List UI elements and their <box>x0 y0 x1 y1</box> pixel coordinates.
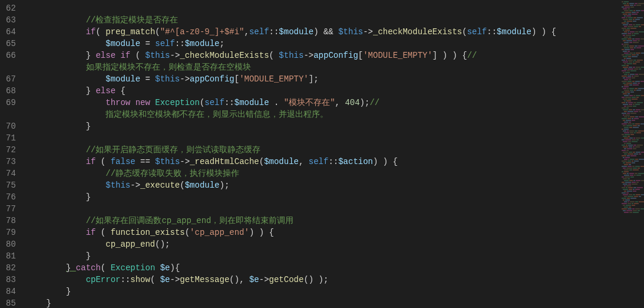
token-punct: } <box>27 251 91 261</box>
token-const: self <box>249 27 269 37</box>
token-op: :: <box>120 275 130 284</box>
line-number: 64 <box>6 26 16 38</box>
token-op <box>27 157 86 166</box>
token-op <box>27 228 86 237</box>
token-const: $this <box>145 51 170 60</box>
token-var: $module <box>105 74 140 84</box>
token-op: -> <box>303 51 313 60</box>
token-comment: //静态缓存读取失败，执行模块操作 <box>105 169 239 178</box>
token-punct: ( <box>269 51 279 60</box>
token-punct: , <box>335 98 345 107</box>
token-punct: } <box>27 122 91 131</box>
token-var: $e <box>249 275 259 284</box>
token-punct: ( <box>155 27 160 37</box>
code-line[interactable]: //静态缓存读取失败，执行模块操作 <box>27 168 644 179</box>
token-var: $module <box>279 27 313 37</box>
code-line[interactable]: } <box>27 120 644 132</box>
token-op: :: <box>328 157 338 166</box>
code-line[interactable]: $this->_execute($module); <box>27 179 644 191</box>
code-line[interactable]: throw new Exception(self::$module . "模块不… <box>27 97 644 109</box>
token-op: = <box>140 39 155 48</box>
code-line[interactable]: } <box>27 250 644 262</box>
line-number <box>6 61 16 73</box>
code-line[interactable]: if( preg_match("#^[a-z0-9_]+$#i",self::$… <box>27 26 644 38</box>
token-string: "模块不存在" <box>284 98 335 107</box>
line-number: 83 <box>6 274 16 286</box>
code-line[interactable]: cpError::show( $e->getMessage(), $e->get… <box>27 274 644 286</box>
token-op: :: <box>269 27 279 37</box>
token-comment: 如果指定模块不存在，则检查是否存在空模块 <box>27 63 251 72</box>
line-number: 81 <box>6 250 16 262</box>
token-op <box>27 169 105 178</box>
token-const: $this <box>155 157 180 166</box>
token-punct: } <box>27 287 71 296</box>
token-punct: } <box>27 86 96 96</box>
code-line[interactable]: //如果开启静态页面缓存，则尝试读取静态缓存 <box>27 144 644 156</box>
token-keyword: if <box>120 51 130 60</box>
token-var: $module <box>185 181 220 190</box>
token-class: cpError <box>86 275 121 284</box>
code-line[interactable]: } else if ( $this->_checkModuleExists( $… <box>27 50 644 61</box>
line-number: 77 <box>6 203 16 215</box>
code-line[interactable] <box>27 2 644 14</box>
token-punct: ) ) { <box>249 228 274 237</box>
token-op <box>27 27 86 37</box>
token-op: :: <box>175 39 185 48</box>
code-line[interactable]: 指定模块和空模块都不存在，则显示出错信息，并退出程序。 <box>27 109 644 120</box>
token-op <box>27 145 86 155</box>
token-class: Exception <box>155 98 200 107</box>
token-keyword: if <box>86 228 96 237</box>
token-op: . <box>269 98 284 107</box>
token-punct: ){ <box>170 263 180 273</box>
token-punct: ) <box>313 27 323 37</box>
token-const: $this <box>338 27 363 37</box>
token-punct: () ); <box>303 275 328 284</box>
code-line[interactable]: } else { <box>27 85 644 97</box>
code-line[interactable]: if ( false == $this->_readHtmlCache($mod… <box>27 156 644 168</box>
token-punct: (), <box>229 275 249 284</box>
line-number: 72 <box>6 144 16 156</box>
minimap[interactable] <box>622 0 644 308</box>
line-number <box>6 109 16 120</box>
code-line[interactable]: $module = $this->appConfig['MODULE_EMPTY… <box>27 73 644 85</box>
line-number: 68 <box>6 85 16 97</box>
token-const: false <box>111 157 136 166</box>
code-line[interactable]: } <box>27 286 644 297</box>
code-line[interactable] <box>27 203 644 215</box>
code-line[interactable]: } catch( Exception $e){ <box>27 262 644 274</box>
code-line[interactable] <box>27 132 644 144</box>
token-op: -> <box>259 275 269 284</box>
token-op <box>333 27 338 37</box>
token-var: $module <box>105 39 140 48</box>
line-number: 80 <box>6 238 16 250</box>
token-punct: ]; <box>309 74 319 84</box>
token-keyword: new <box>136 98 150 107</box>
code-line[interactable]: if ( function_exists('cp_app_end') ) { <box>27 227 644 238</box>
token-op <box>27 98 105 107</box>
code-line[interactable]: //如果存在回调函数cp_app_end，则在即将结束前调用 <box>27 215 644 227</box>
token-op: -> <box>180 74 190 84</box>
token-keyword: throw <box>105 98 130 107</box>
token-op: = <box>140 74 155 84</box>
code-line[interactable]: 如果指定模块不存在，则检查是否存在空模块 <box>27 61 644 73</box>
code-line[interactable]: //检查指定模块是否存在 <box>27 14 644 26</box>
token-op: -> <box>180 157 190 166</box>
token-class: Exception <box>111 263 156 273</box>
line-number: 79 <box>6 227 16 238</box>
code-line[interactable]: cp_app_end(); <box>27 238 644 250</box>
token-const: self <box>204 98 224 107</box>
code-line[interactable]: } <box>27 191 644 203</box>
code-editor-content[interactable]: //检查指定模块是否存在 if( preg_match("#^[a-z0-9_]… <box>27 0 644 308</box>
token-comment: //如果存在回调函数cp_app_end，则在即将结束前调用 <box>86 216 294 225</box>
token-punct: ( <box>95 27 105 37</box>
token-comment: //如果开启静态页面缓存，则尝试读取静态缓存 <box>86 145 261 155</box>
code-line[interactable]: $module = self::$module; <box>27 38 644 50</box>
token-const: $this <box>155 74 180 84</box>
code-line[interactable]: } <box>27 297 644 308</box>
line-number: 75 <box>6 179 16 191</box>
line-number: 63 <box>6 14 16 26</box>
line-number: 74 <box>6 168 16 179</box>
token-func: _checkModuleExists <box>180 51 269 60</box>
line-number: 78 <box>6 215 16 227</box>
token-op: && <box>323 27 333 37</box>
